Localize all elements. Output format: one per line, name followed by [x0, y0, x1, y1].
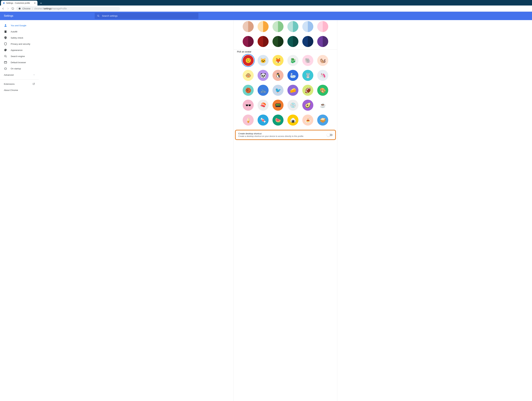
avatar-crane[interactable]: 🦢 [287, 70, 298, 81]
avatar-marshmallow[interactable]: 🍬 [258, 114, 269, 125]
avatar-elephant[interactable]: 🐘 [302, 55, 313, 66]
open-external-icon [32, 83, 35, 85]
avatar-fox[interactable]: 🦊 [272, 55, 284, 66]
avatar-penguin[interactable]: 🐧 [272, 70, 284, 81]
avatar-cat[interactable]: 🐱 [258, 55, 269, 66]
omnibox[interactable]: Chrome | chrome://settings/manageProfile [16, 6, 120, 11]
theme-color-3[interactable] [287, 21, 298, 32]
sidebar-item-label: On startup [11, 67, 21, 70]
theme-color-grid [237, 21, 334, 47]
person-icon [4, 24, 7, 27]
avatar-football[interactable]: 🏈 [302, 85, 313, 96]
palette-icon [4, 49, 7, 52]
back-button[interactable] [2, 7, 5, 10]
sidebar: You and GoogleAutofillSafety checkPrivac… [0, 20, 39, 401]
sidebar-item-window[interactable]: Default browser [0, 59, 39, 65]
sidebar-item-label: Default browser [11, 61, 26, 64]
sidebar-item-clipboard[interactable]: Autofill [0, 29, 39, 35]
avatar-panda[interactable]: 🐼 [258, 70, 269, 81]
sidebar-advanced[interactable]: Advanced [0, 72, 39, 78]
theme-color-2[interactable] [272, 21, 284, 32]
avatar-vinyl[interactable]: 💿 [287, 100, 298, 111]
avatar-onigiri[interactable]: 🍙 [287, 114, 298, 125]
svg-point-6 [6, 50, 6, 50]
shield-icon [4, 42, 7, 45]
avatar-bicycle[interactable]: 🚲 [258, 85, 269, 96]
svg-point-4 [5, 49, 5, 50]
theme-color-4[interactable] [302, 21, 313, 32]
chevron-down-icon [33, 74, 35, 76]
sidebar-advanced-label: Advanced [4, 74, 14, 76]
sidebar-item-shield-check[interactable]: Safety check [0, 35, 39, 41]
avatar-unicorn[interactable]: 🦄 [317, 70, 328, 81]
sidebar-extensions[interactable]: Extensions [0, 81, 39, 87]
shield-check-icon [4, 36, 7, 39]
sidebar-item-search[interactable]: Search engine [0, 53, 39, 59]
avatar-icecream[interactable]: 🍦 [243, 114, 254, 125]
sidebar-item-label: Appearance [11, 49, 23, 51]
theme-color-1[interactable] [258, 21, 269, 32]
page-title: Settings [4, 14, 95, 17]
avatar-squirrel[interactable]: 🐿️ [317, 55, 328, 66]
avatar-cappuccino[interactable]: ☕ [317, 100, 328, 111]
avatar-dragon[interactable]: 🐉 [287, 55, 298, 66]
svg-point-0 [19, 8, 21, 10]
search-icon [97, 14, 100, 17]
forward-button[interactable] [6, 7, 9, 10]
avatar-sandwich[interactable]: 🥪 [317, 114, 328, 125]
avatar-monkey[interactable]: 🐵 [243, 70, 254, 81]
tab-title: Settings - Customize profile [6, 2, 32, 4]
search-settings-input[interactable] [102, 15, 196, 17]
avatar-basketball[interactable]: 🏀 [243, 85, 254, 96]
new-tab-button[interactable]: ＋ [39, 1, 43, 5]
sidebar-about[interactable]: About Chrome [0, 87, 39, 93]
window-icon [4, 61, 7, 64]
sidebar-item-person[interactable]: You and Google [0, 22, 39, 29]
sidebar-item-label: Autofill [11, 31, 17, 33]
gear-icon [3, 2, 5, 4]
sidebar-extensions-label: Extensions [4, 83, 15, 85]
sidebar-item-palette[interactable]: Appearance [0, 47, 39, 53]
omnibox-url: chrome://settings/manageProfile [34, 7, 67, 10]
theme-color-6[interactable] [243, 36, 254, 47]
theme-color-0[interactable] [243, 21, 254, 32]
content-pane: Pick an avatar 🙂🐱🦊🐉🐘🐿️🐵🐼🐧🦢🐰🦄🏀🚲🐦🧀🏈🎨🕶️🍣📟💿🥑… [234, 20, 337, 401]
window-tab-strip: Settings - Customize profile ✕ ＋ [0, 0, 532, 6]
avatar-bird[interactable]: 🐦 [272, 85, 284, 96]
create-shortcut-row[interactable]: Create desktop shortcut Create a desktop… [235, 130, 336, 140]
sidebar-item-label: You and Google [11, 24, 26, 27]
theme-color-10[interactable] [302, 36, 313, 47]
avatar-rabbit[interactable]: 🐰 [302, 70, 313, 81]
theme-color-8[interactable] [272, 36, 284, 47]
sidebar-item-power[interactable]: On startup [0, 65, 39, 72]
svg-point-3 [5, 50, 5, 50]
svg-point-5 [6, 49, 6, 50]
theme-color-7[interactable] [258, 36, 269, 47]
theme-color-11[interactable] [317, 36, 328, 47]
create-shortcut-toggle[interactable] [327, 134, 333, 136]
close-tab-icon[interactable]: ✕ [34, 2, 36, 4]
reload-button[interactable] [11, 7, 14, 10]
avatar-paint[interactable]: 🎨 [317, 85, 328, 96]
avatar-grid: 🙂🐱🦊🐉🐘🐿️🐵🐼🐧🦢🐰🦄🏀🚲🐦🧀🏈🎨🕶️🍣📟💿🥑☕🍦🍬🍉🍙🍝🥪 [237, 55, 334, 125]
theme-color-5[interactable] [317, 21, 328, 32]
svg-point-1 [97, 15, 99, 17]
avatar-person-photo[interactable]: 🙂 [243, 55, 254, 66]
settings-header: Settings [0, 12, 532, 20]
avatar-spaghetti[interactable]: 🍝 [302, 114, 313, 125]
theme-color-9[interactable] [287, 36, 298, 47]
avatar-glasses[interactable]: 🕶️ [243, 100, 254, 111]
sidebar-item-label: Search engine [11, 55, 25, 57]
sidebar-about-label: About Chrome [4, 89, 18, 91]
avatar-avocado[interactable]: 🥑 [302, 100, 313, 111]
sidebar-item-shield[interactable]: Privacy and security [0, 41, 39, 47]
power-icon [4, 67, 7, 70]
search-settings-wrap[interactable] [95, 13, 198, 19]
avatar-tamagotchi[interactable]: 📟 [272, 100, 284, 111]
site-info-icon[interactable] [19, 7, 21, 10]
avatar-watermelon[interactable]: 🍉 [272, 114, 284, 125]
avatar-sushi[interactable]: 🍣 [258, 100, 269, 111]
browser-tab[interactable]: Settings - Customize profile ✕ [1, 1, 38, 6]
create-shortcut-title: Create desktop shortcut [238, 132, 304, 135]
avatar-cheese[interactable]: 🧀 [287, 85, 298, 96]
